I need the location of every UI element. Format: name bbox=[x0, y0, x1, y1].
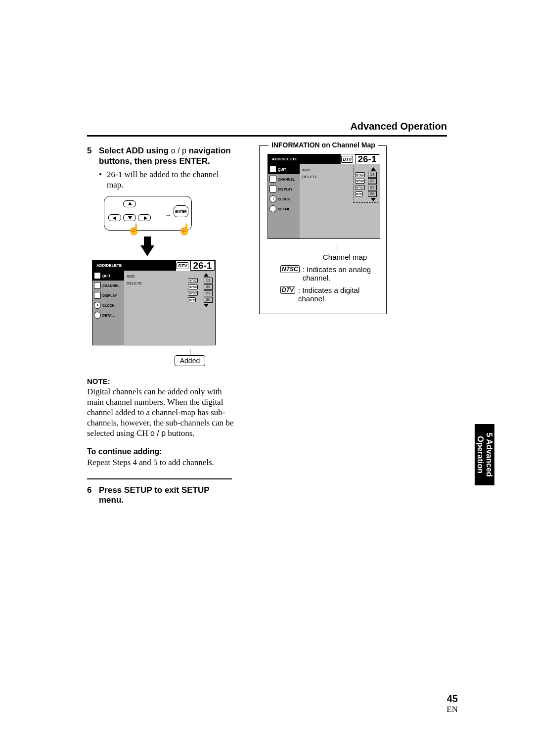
continue-adding-heading: To continue adding: bbox=[87, 447, 235, 456]
osd-header-tab: ADD/DELETE bbox=[92, 261, 176, 271]
osd-menu-add[interactable]: ADD bbox=[302, 167, 317, 174]
ntsc-description: : Indicates an analog channel. bbox=[303, 265, 375, 282]
current-channel-number: 26-1 bbox=[190, 261, 214, 271]
arrow-right-icon: → bbox=[165, 211, 172, 219]
osd-menu-add[interactable]: ADD bbox=[127, 273, 142, 280]
page-footer: 45 EN bbox=[446, 693, 458, 714]
osd-sidebar-display[interactable]: DISPLAY bbox=[92, 290, 124, 300]
chevron-up-icon[interactable] bbox=[371, 167, 376, 171]
osd-sidebar-detail[interactable]: DETAIL bbox=[268, 204, 300, 214]
chevron-up-icon[interactable] bbox=[204, 273, 209, 277]
step6-heading: 6 Press SETUP to exit SETUP menu. bbox=[87, 485, 235, 505]
osd-menu-delete[interactable]: DELETE bbox=[302, 174, 317, 181]
callout-line bbox=[338, 243, 338, 252]
pointing-hand-icon: ☝ bbox=[127, 223, 140, 236]
nav-right-button[interactable] bbox=[138, 214, 151, 221]
step5-bullet: 26-1 will be added to the channel map. bbox=[107, 169, 235, 190]
chapter-tab: 5 Advanced Operation bbox=[475, 424, 494, 485]
dtv-description: : Indicates a digital channel. bbox=[298, 286, 375, 303]
nav-left-button[interactable] bbox=[108, 214, 121, 221]
channel-row: DTV26 bbox=[355, 191, 377, 197]
page-language: EN bbox=[446, 705, 458, 714]
dtv-badge: DTV bbox=[341, 156, 353, 163]
channel-row: NTSC13 bbox=[355, 172, 377, 178]
header-rule bbox=[87, 135, 447, 137]
info-box-title: INFORMATION on Channel Map bbox=[268, 141, 378, 149]
step5-heading: 5 Select ADD using o / p navigation butt… bbox=[87, 145, 235, 166]
channel-row: DTV26 bbox=[188, 297, 213, 303]
current-channel-number: 26-1 bbox=[355, 154, 379, 164]
remote-illustration: → ENTER ☝ ☝ bbox=[104, 196, 235, 256]
channel-row: NTSC22 bbox=[355, 178, 377, 184]
osd-sidebar-channel[interactable]: CHANNEL bbox=[268, 174, 300, 184]
note-body: Digital channels can be added only with … bbox=[87, 386, 235, 438]
nav-down-button[interactable] bbox=[123, 214, 136, 221]
osd-sidebar-channel[interactable]: CHANNEL bbox=[92, 281, 124, 290]
chevron-down-icon[interactable] bbox=[204, 304, 209, 307]
note-heading: NOTE: bbox=[87, 377, 235, 385]
dtv-badge: DTV bbox=[177, 262, 188, 269]
channel-map-callout: Channel map bbox=[323, 253, 382, 261]
step5-text-prefix: Select ADD using bbox=[99, 146, 171, 155]
channel-row: NTSC22 bbox=[188, 284, 213, 290]
osd-sidebar-clock[interactable]: CLOCK bbox=[92, 300, 124, 310]
pointing-hand-icon: ☝ bbox=[178, 223, 191, 236]
nav-up-button[interactable] bbox=[123, 200, 136, 207]
channel-row: NTSC23 bbox=[355, 185, 377, 190]
enter-button[interactable]: ENTER bbox=[174, 205, 188, 217]
step6-number: 6 bbox=[87, 485, 99, 505]
bullet-mark: • bbox=[99, 169, 107, 190]
ntsc-badge-large: NTSC bbox=[280, 265, 300, 273]
osd-info-screen: ADD/DELETE DTV 26-1 QUIT CHANNEL DISPLAY… bbox=[267, 154, 380, 239]
channel-list: NTSC13 NTSC22 NTSC23 DTV26 bbox=[188, 273, 213, 307]
osd-menu-delete[interactable]: DELETE bbox=[127, 280, 142, 287]
osd-sidebar-clock[interactable]: CLOCK bbox=[268, 194, 300, 204]
added-callout: Added bbox=[175, 355, 205, 366]
channel-row: NTSC23 bbox=[188, 290, 213, 296]
step5-number: 5 bbox=[87, 145, 99, 166]
osd-sidebar-quit[interactable]: QUIT bbox=[268, 164, 300, 174]
step6-text: Press SETUP to exit SETUP menu. bbox=[99, 485, 235, 505]
info-box-channel-map: INFORMATION on Channel Map ADD/DELETE DT… bbox=[259, 145, 387, 314]
osd-sidebar-detail[interactable]: DETAIL bbox=[92, 310, 124, 320]
osd-sidebar-display[interactable]: DISPLAY bbox=[268, 184, 300, 194]
section-header: Advanced Operation bbox=[87, 121, 447, 132]
channel-row: NTSC13 bbox=[188, 278, 213, 284]
chevron-down-icon[interactable] bbox=[371, 198, 376, 201]
page-number: 45 bbox=[447, 693, 458, 704]
down-arrow-icon bbox=[140, 245, 154, 256]
callout-line bbox=[190, 349, 190, 355]
osd-sidebar-quit[interactable]: QUIT bbox=[92, 271, 124, 281]
channel-list: NTSC13 NTSC22 NTSC23 DTV26 bbox=[354, 166, 378, 203]
osd-header-tab: ADD/DELETE bbox=[268, 154, 340, 164]
continue-adding-body: Repeat Steps 4 and 5 to add channels. bbox=[87, 457, 235, 468]
osd-add-delete-screen: ADD/DELETE DTV 26-1 QUIT CHANNEL DISPLAY… bbox=[92, 260, 216, 345]
dtv-badge-large: DTV bbox=[280, 286, 295, 294]
nav-symbols: o / p bbox=[171, 146, 186, 155]
divider bbox=[87, 478, 232, 479]
